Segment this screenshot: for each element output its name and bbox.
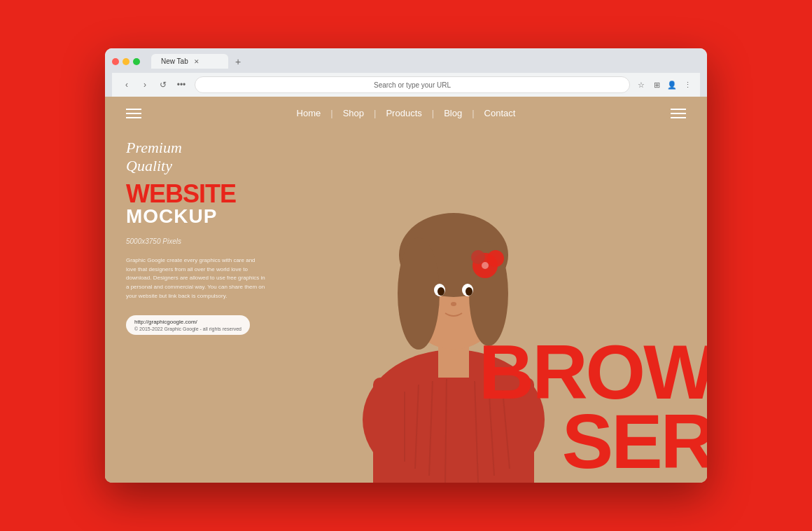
svg-point-10 (465, 287, 472, 296)
hamburger-line (671, 113, 686, 114)
hamburger-line (126, 117, 141, 118)
svg-point-11 (451, 302, 456, 306)
svg-point-5 (398, 237, 440, 350)
more-button[interactable]: ••• (174, 77, 189, 92)
active-tab[interactable]: New Tab ✕ (151, 54, 228, 69)
hero-url-badge[interactable]: http://graphicgoogle.com/ © 2015-2022 Gr… (126, 315, 250, 335)
script-tagline: Premium Quality (126, 139, 266, 176)
hero-left: Premium Quality WEBSITE MOCKUP 5000x3750… (126, 139, 266, 335)
url-badge-wrapper: http://graphicgoogle.com/ © 2015-2022 Gr… (126, 315, 266, 335)
browser-big-text: BROW SER (479, 139, 707, 476)
url-sub: © 2015-2022 Graphic Google - all rights … (134, 326, 241, 331)
address-bar[interactable]: Search or type your URL (195, 76, 630, 93)
browser-chrome: New Tab ✕ + ‹ › ↺ ••• Search or type you… (105, 48, 707, 97)
reload-button[interactable]: ↺ (155, 77, 171, 92)
tab-bar: New Tab ✕ + (151, 54, 246, 69)
new-tab-button[interactable]: + (230, 55, 246, 69)
puzzle-icon[interactable]: ⊞ (651, 79, 662, 90)
hero-title-white: MOCKUP (126, 207, 266, 226)
person-icon[interactable]: 👤 (666, 79, 678, 90)
hamburger-line (671, 109, 686, 110)
nav-blog[interactable]: Blog (434, 108, 472, 118)
nav-contact[interactable]: Contact (475, 108, 526, 118)
browser-text-line1: BROW (479, 337, 707, 406)
title-bar: New Tab ✕ + (112, 54, 700, 69)
tab-close-icon[interactable]: ✕ (194, 58, 200, 65)
hamburger-left[interactable] (126, 109, 141, 118)
traffic-lights (112, 58, 140, 65)
site-nav: Home | Shop | Products | Blog | Contact (105, 97, 707, 130)
nav-home[interactable]: Home (287, 108, 331, 118)
hero-title-red: WEBSITE (126, 181, 266, 207)
hamburger-line (126, 113, 141, 114)
url-text: http://graphicgoogle.com/ (134, 319, 241, 325)
hamburger-right[interactable] (671, 109, 686, 118)
maximize-button[interactable] (133, 58, 140, 65)
address-bar-text: Search or type your URL (374, 81, 451, 89)
nav-links: Home | Shop | Products | Blog | Contact (287, 108, 526, 118)
bookmark-icon[interactable]: ☆ (636, 79, 647, 90)
forward-button[interactable]: › (137, 77, 153, 92)
toolbar-right: ☆ ⊞ 👤 ⋮ (636, 79, 693, 90)
nav-buttons: ‹ › ↺ ••• (119, 77, 189, 92)
nav-shop[interactable]: Shop (333, 108, 374, 118)
hamburger-line (671, 117, 686, 118)
minimize-button[interactable] (122, 58, 130, 65)
tab-title: New Tab (161, 57, 188, 65)
browser-window: New Tab ✕ + ‹ › ↺ ••• Search or type you… (105, 48, 707, 483)
hero-pixels: 5000x3750 Pixels (126, 237, 266, 245)
website-content: Home | Shop | Products | Blog | Contact … (105, 97, 707, 483)
browser-toolbar: ‹ › ↺ ••• Search or type your URL ☆ ⊞ 👤 … (112, 73, 700, 97)
menu-icon[interactable]: ⋮ (682, 79, 693, 90)
back-button[interactable]: ‹ (119, 77, 134, 92)
close-button[interactable] (112, 58, 119, 65)
hero-description: Graphic Google create every graphics wit… (126, 256, 266, 301)
svg-point-9 (438, 287, 444, 296)
hamburger-line (126, 109, 141, 110)
browser-text-line2: SER (479, 406, 707, 476)
nav-products[interactable]: Products (376, 108, 431, 118)
